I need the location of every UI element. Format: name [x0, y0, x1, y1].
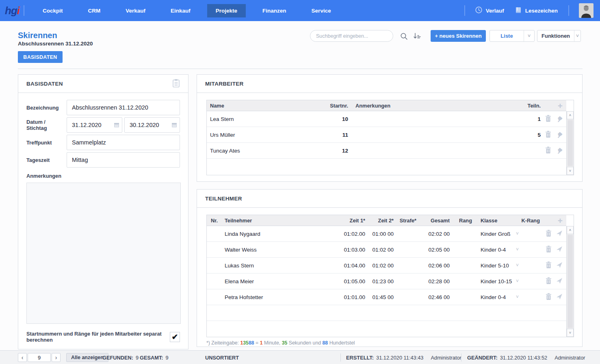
mitarbeiter-panel: MITARBEITER Name Startnr. Anmerkungen Te… [197, 74, 583, 182]
mitarbeiter-panel-header: MITARBEITER [197, 75, 582, 93]
klasse-dropdown[interactable]: Kinder 0-4˅ [472, 247, 520, 253]
next-record-button[interactable]: › [52, 353, 61, 362]
bookmark-book-icon [515, 6, 522, 15]
scroll-down-icon[interactable]: ˅ [567, 167, 574, 175]
mitarbeiter-row[interactable]: Lea Stern 10 1 ☛ [207, 111, 566, 127]
sort-icon[interactable] [413, 33, 421, 41]
bezeichnung-field[interactable] [67, 100, 180, 115]
prev-record-button[interactable]: ‹ [18, 353, 27, 362]
hand-pointer-icon[interactable]: ☛ [554, 129, 564, 140]
delete-trash-icon[interactable] [546, 277, 552, 285]
teilnehmer-table-header: Nr. Teilnehmer Zeit 1* Zeit 2* Strafe* G… [207, 215, 566, 226]
scrollbar-thumb[interactable] [568, 235, 573, 328]
record-number-input[interactable] [28, 353, 51, 362]
separat-berechnen-checkbox[interactable]: ✔ [170, 332, 180, 342]
lesezeichen-button[interactable]: Lesezeichen [515, 6, 558, 15]
mitarbeiter-row[interactable]: Urs Müller 11 5 ☛ [207, 127, 566, 143]
search-input[interactable] [310, 30, 393, 42]
chevron-down-icon[interactable]: ˅ [516, 247, 520, 252]
erstellt-value: 31.12.2020 11:43:43 [376, 355, 423, 361]
chevron-down-icon[interactable]: ˅ [516, 263, 520, 268]
page-subtitle: Abschlussrennen 31.12.2020 [18, 41, 93, 47]
delete-trash-icon[interactable] [546, 293, 552, 301]
nav-item-projekte[interactable]: Projekte [207, 4, 246, 17]
neues-skirennen-button[interactable]: + neues Skirennen [431, 30, 486, 42]
calendar-icon[interactable] [114, 122, 119, 129]
navigate-arrow-icon[interactable] [556, 246, 563, 254]
add-teilnehmer-icon[interactable]: + [558, 216, 563, 225]
chevron-down-icon[interactable]: ˅ [516, 278, 520, 284]
klasse-dropdown[interactable]: Kinder 5-10˅ [472, 263, 520, 269]
nav-item-verkauf[interactable]: Verkauf [117, 4, 154, 17]
mitarbeiter-table-scrollbar[interactable]: ˄ ˅ [566, 111, 574, 175]
scrollbar-thumb[interactable] [568, 120, 573, 166]
header-divider [18, 69, 583, 69]
history-clock-icon [475, 6, 483, 15]
teilnehmer-table-scrollbar[interactable]: ˄ ˅ [566, 226, 574, 337]
tab-basisdaten[interactable]: BASISDATEN [18, 51, 63, 63]
delete-trash-icon[interactable] [545, 131, 551, 139]
chevron-down-icon[interactable]: ˅ [516, 231, 520, 237]
add-mitarbeiter-icon[interactable]: + [558, 101, 563, 110]
zeiteingabe-footnote: *) Zeiteingabe: 13588 = 1 Minute, 35 Sek… [206, 340, 582, 346]
navigate-arrow-icon[interactable] [556, 293, 563, 301]
top-nav: hgi Cockpit CRM Verkauf Einkauf Projekte… [0, 0, 600, 21]
mitarbeiter-row[interactable]: Tuncay Ates 12 ☛ [207, 143, 566, 159]
teilnehmer-row[interactable]: Lukas Stern 01:04.00 01:02 00 02:06 00 K… [207, 258, 566, 274]
scroll-up-icon[interactable]: ˄ [567, 226, 574, 234]
empty-row [207, 321, 566, 337]
nav-item-service[interactable]: Service [303, 4, 340, 17]
statusbar-divider [340, 353, 341, 362]
user-avatar[interactable] [579, 3, 594, 18]
hgi-logo[interactable]: hgi [5, 4, 19, 17]
scroll-down-icon[interactable]: ˅ [567, 329, 574, 337]
separat-berechnen-label: Startnummern und Ränge für jeden Mitarbe… [26, 331, 165, 343]
klasse-dropdown[interactable]: Kinder 10-15˅ [472, 278, 520, 284]
geaendert-label: GEÄNDERT: [467, 355, 498, 361]
nav-item-finanzen[interactable]: Finanzen [254, 4, 295, 17]
hand-pointer-icon[interactable]: ☛ [554, 114, 564, 124]
top-nav-right: Verlauf Lesezeichen [464, 3, 600, 18]
teilnehmer-row[interactable]: Elena Meier 01:05.00 01:23 00 02:28 00 K… [207, 274, 566, 289]
delete-trash-icon[interactable] [545, 146, 551, 155]
calendar-icon[interactable] [171, 122, 177, 129]
teilnehmer-row[interactable]: Walter Weiss 01:03.00 01:02 00 02:05 00 … [207, 242, 566, 258]
delete-trash-icon[interactable] [545, 115, 551, 123]
chevron-down-icon[interactable]: ˅ [574, 30, 581, 41]
scroll-up-icon[interactable]: ˄ [567, 111, 574, 119]
nav-menu: Cockpit CRM Verkauf Einkauf Projekte Fin… [30, 4, 344, 17]
navigate-arrow-icon[interactable] [556, 262, 563, 269]
treffpunkt-field[interactable] [67, 135, 180, 150]
clipboard-icon[interactable] [172, 79, 180, 89]
anmerkungen-label: Anmerkungen [26, 173, 180, 179]
teilnehmer-row[interactable]: Linda Nygaard 01:02.00 01:00 00 02:02 00… [207, 226, 566, 242]
gesamt-label: GESAMT: [140, 355, 163, 361]
anmerkungen-textarea[interactable] [26, 183, 181, 324]
chevron-down-icon[interactable]: ˅ [516, 294, 520, 300]
liste-dropdown-button[interactable]: Liste ˅ [490, 30, 535, 42]
nav-item-einkauf[interactable]: Einkauf [162, 4, 199, 17]
navigate-arrow-icon[interactable] [556, 230, 563, 238]
teilnehmer-row[interactable]: Petra Hofstetter 01:01.00 01:45 00 02:46… [207, 289, 566, 305]
delete-trash-icon[interactable] [546, 246, 552, 254]
mitarbeiter-table-header: Name Startnr. Anmerkungen Teiln. + [207, 100, 566, 111]
empty-table-space [207, 159, 566, 175]
navigate-arrow-icon[interactable] [556, 278, 563, 285]
delete-trash-icon[interactable] [546, 261, 552, 269]
tageszeit-label: Tageszeit [26, 157, 67, 163]
klasse-dropdown[interactable]: Kinder 0-4˅ [472, 294, 520, 300]
tageszeit-field[interactable] [67, 152, 180, 168]
hand-pointer-icon[interactable]: ☛ [554, 145, 564, 155]
chevron-down-icon[interactable]: ˅ [524, 30, 534, 41]
status-bar: ‹ › Alle anzeigen GEFUNDEN:9 GESAMT:9 UN… [0, 350, 600, 364]
treffpunkt-label: Treffpunkt [26, 140, 67, 146]
nav-item-cockpit[interactable]: Cockpit [34, 4, 71, 17]
funktionen-dropdown-button[interactable]: Funktionen ˅ [537, 30, 581, 42]
search-icon[interactable] [400, 32, 408, 42]
klasse-dropdown[interactable]: Kinder Groß˅ [472, 231, 520, 237]
nav-item-crm[interactable]: CRM [80, 4, 109, 17]
verlauf-button[interactable]: Verlauf [475, 6, 504, 15]
statusbar-divider [461, 353, 461, 362]
delete-trash-icon[interactable] [546, 230, 552, 238]
erstellt-user: Administrator [431, 355, 461, 361]
